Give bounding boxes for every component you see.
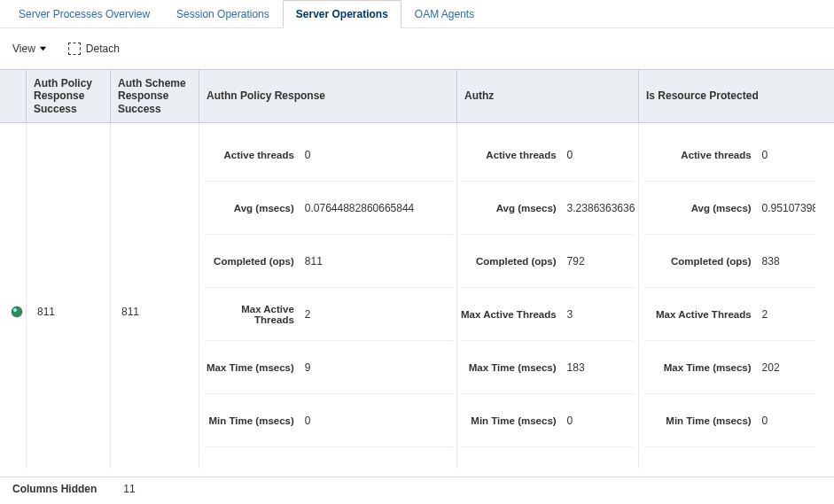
metric-value: 0.07644882860665844: [303, 202, 453, 214]
tab-server-processes-overview[interactable]: Server Processes Overview: [5, 0, 163, 28]
metric-value: 0: [760, 149, 815, 161]
metric-value: 183: [565, 361, 635, 374]
columns-hidden-count: 11: [123, 483, 135, 495]
metric-label: Active threads: [461, 150, 565, 160]
detach-label: Detach: [86, 43, 120, 55]
metric-value: 797: [760, 468, 815, 469]
metric-row: Active threads 0: [643, 128, 815, 182]
metric-label: Max Active Threads: [203, 304, 303, 325]
column-header-auth-scheme-response-success[interactable]: Auth Scheme Response Success: [111, 70, 199, 122]
metric-row: Active threads 0: [203, 128, 453, 182]
tabs-bar: Server Processes Overview Session Operat…: [0, 0, 834, 28]
table-header-row: Auth Policy Response Success Auth Scheme…: [0, 69, 834, 123]
metric-label: Min Time (msecs): [461, 415, 565, 426]
column-header-authz[interactable]: Authz: [457, 70, 639, 122]
metric-row: Active threads 0: [461, 128, 635, 182]
table-footer: Columns Hidden 11: [0, 477, 834, 504]
column-header-authn-policy-response[interactable]: Authn Policy Response: [199, 70, 457, 122]
metric-label: Max Active Threads: [461, 309, 565, 320]
metric-row: Max Time (msecs) 9: [203, 341, 453, 394]
metric-value: 0: [760, 415, 815, 427]
metric-row: Time (msecs) 2565: [461, 447, 635, 469]
metric-label: Max Time (msecs): [461, 362, 565, 373]
metric-value: 0: [565, 415, 635, 427]
metric-value: 202: [760, 361, 815, 374]
metric-label: Completed (ops): [461, 256, 565, 267]
metric-row: Min Time (msecs) 0: [203, 394, 453, 447]
metric-row: Max Active Threads 2: [643, 288, 815, 341]
metric-row: Completed (ops) 811: [203, 235, 453, 288]
metric-row: Completed (ops) 838: [643, 235, 815, 288]
metric-row: Max Active Threads 2: [203, 288, 453, 341]
metric-row: Max Time (msecs) 183: [461, 341, 635, 394]
metric-label: Max Time (msecs): [643, 362, 760, 373]
cell-authn-policy-response: Active threads 0 Avg (msecs) 0.076448828…: [199, 123, 457, 469]
metric-label: Completed (ops): [643, 256, 760, 267]
metric-value: 3: [565, 308, 635, 321]
metric-label: Max Time (msecs): [203, 362, 303, 373]
metric-value: 2: [760, 308, 815, 321]
cell-auth-scheme-response-success: 811: [111, 123, 199, 469]
metric-row: Completed (ops) 792: [461, 235, 635, 288]
metric-row: Max Active Threads 3: [461, 288, 635, 341]
row-status-icon: [11, 306, 23, 318]
metric-label: Time (msecs): [203, 469, 303, 469]
triangle-down-icon: [39, 43, 47, 55]
metric-value: 792: [565, 255, 635, 268]
metric-label: Max Active Threads: [643, 309, 760, 320]
column-header-is-resource-protected[interactable]: Is Resource Protected: [639, 70, 819, 122]
detach-button[interactable]: Detach: [68, 43, 120, 55]
metric-value: 62: [303, 468, 453, 469]
columns-hidden-label: Columns Hidden: [12, 483, 97, 495]
table-body-scroll-area[interactable]: 811 811 Active threads 0 Avg (msecs) 0.0…: [0, 123, 834, 469]
metric-value: 3.23863636363: [565, 202, 635, 214]
metric-label: Active threads: [203, 150, 303, 160]
tab-oam-agents[interactable]: OAM Agents: [401, 0, 487, 28]
view-menu-button[interactable]: View: [12, 43, 47, 55]
metric-row: Min Time (msecs) 0: [461, 394, 635, 447]
metric-value: 0.951073985: [760, 202, 815, 214]
metric-row: Time (msecs) 797: [643, 447, 815, 469]
cell-is-resource-protected: Active threads 0 Avg (msecs) 0.951073985…: [639, 123, 819, 469]
metric-row: Max Time (msecs) 202: [643, 341, 815, 394]
metric-row: Avg (msecs) 0.07644882860665844: [203, 182, 453, 235]
metric-row: Min Time (msecs) 0: [643, 394, 815, 447]
metric-label: Time (msecs): [461, 469, 565, 469]
metric-label: Avg (msecs): [643, 203, 760, 213]
metric-label: Min Time (msecs): [203, 415, 303, 426]
metric-value: 2565: [565, 468, 635, 469]
metric-label: Avg (msecs): [203, 203, 303, 213]
column-header-spacer: [0, 70, 27, 122]
row-indicator-cell: [0, 123, 27, 469]
metric-value: 811: [303, 255, 453, 268]
metric-value: 0: [565, 149, 635, 161]
metric-value: 0: [303, 415, 453, 427]
metric-label: Active threads: [643, 150, 760, 160]
toolbar: View Detach: [0, 28, 834, 69]
metric-label: Min Time (msecs): [643, 415, 760, 426]
table-row: 811 811 Active threads 0 Avg (msecs) 0.0…: [0, 123, 834, 469]
detach-icon: [68, 43, 81, 55]
svg-point-1: [12, 306, 22, 317]
cell-authz: Active threads 0 Avg (msecs) 3.238636363…: [457, 123, 639, 469]
metric-row: Avg (msecs) 0.951073985: [643, 182, 815, 235]
metric-value: 2: [303, 308, 453, 321]
metric-value: 838: [760, 255, 815, 268]
metric-row: Time (msecs) 62: [203, 447, 453, 469]
metric-label: Completed (ops): [203, 256, 303, 267]
view-label: View: [12, 43, 35, 55]
tab-session-operations[interactable]: Session Operations: [163, 0, 283, 28]
metric-label: Time (msecs): [643, 469, 760, 469]
metric-value: 0: [303, 149, 453, 161]
svg-point-2: [13, 308, 17, 312]
tab-server-operations[interactable]: Server Operations: [283, 0, 401, 28]
metric-value: 9: [303, 361, 453, 374]
metric-label: Avg (msecs): [461, 203, 565, 213]
metric-row: Avg (msecs) 3.23863636363: [461, 182, 635, 235]
cell-auth-policy-response-success: 811: [27, 123, 111, 469]
column-header-auth-policy-response-success[interactable]: Auth Policy Response Success: [27, 70, 111, 122]
svg-marker-0: [40, 47, 46, 51]
